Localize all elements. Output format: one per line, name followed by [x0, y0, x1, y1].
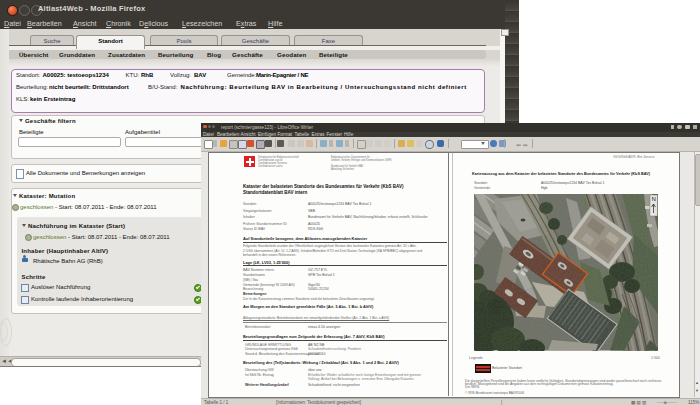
svg-text:N: N — [652, 196, 656, 202]
